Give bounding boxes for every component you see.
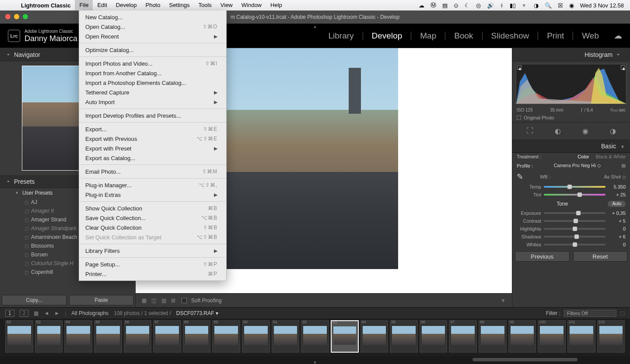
close-window-button[interactable] (5, 14, 10, 19)
filmstrip-thumb[interactable]: 101 (567, 320, 595, 353)
menuitem-page-setup[interactable]: Page Setup...⇧⌘P (79, 259, 226, 269)
slider-track[interactable] (544, 220, 606, 222)
filmstrip-thumb[interactable]: 86 (124, 320, 152, 353)
bluetooth-icon[interactable]: ᚼ (500, 2, 504, 9)
menuitem-import-photos-and-video[interactable]: Import Photos and Video...⇧⌘I (79, 59, 226, 68)
filmstrip-thumb[interactable]: 97 (449, 320, 477, 353)
filter-dropdown[interactable]: Filters Off (564, 310, 616, 317)
app-menu[interactable]: Lightroom Classic (17, 2, 75, 9)
module-print[interactable]: Print (546, 30, 565, 42)
previous-button[interactable]: Previous (515, 251, 570, 262)
menuitem-import-a-photoshop-elements-catalog[interactable]: Import a Photoshop Elements Catalog... (79, 78, 226, 88)
paste-button[interactable]: Paste (69, 295, 134, 305)
module-library[interactable]: Library (328, 30, 355, 42)
menuitem-auto-import[interactable]: Auto Import▶ (79, 97, 226, 107)
docker-icon[interactable]: ▤ (442, 2, 448, 9)
volume-icon[interactable]: 🔊 (487, 2, 494, 9)
menuitem-plug-in-extras[interactable]: Plug-in Extras▶ (79, 190, 226, 200)
user-icon[interactable]: ◑ (534, 2, 539, 9)
clip-highlight-icon[interactable]: ▲ (621, 65, 625, 70)
filmstrip-thumb[interactable]: 87 (153, 320, 181, 353)
filmstrip-thumb[interactable]: 98 (479, 320, 507, 353)
filmstrip-thumb[interactable]: 91 (272, 320, 300, 353)
slider-track[interactable] (544, 212, 606, 214)
panel-grabber-bottom[interactable]: ▼ (0, 360, 630, 364)
nav-back-icon[interactable]: ◄ (44, 310, 49, 316)
menuitem-export-with-preset[interactable]: Export with Preset▶ (79, 144, 226, 153)
filmstrip-thumb[interactable]: 85 (94, 320, 122, 353)
menuitem-import-from-another-catalog[interactable]: Import from Another Catalog... (79, 68, 226, 78)
auto-tone-button[interactable]: Auto (608, 201, 626, 207)
eyedropper-icon[interactable]: ✎ (517, 172, 523, 182)
screen-2-button[interactable]: 2 (20, 310, 29, 317)
module-map[interactable]: Map (419, 30, 437, 42)
moon-icon[interactable]: ☾ (465, 2, 470, 9)
play-icon[interactable]: ⊙ (454, 2, 458, 9)
siri-icon[interactable]: ◉ (569, 2, 574, 9)
menuitem-email-photo[interactable]: Email Photo...⇧⌘M (79, 167, 226, 176)
reset-button[interactable]: Reset (573, 251, 628, 262)
menu-develop[interactable]: Develop (112, 0, 141, 10)
menu-view[interactable]: View (216, 0, 237, 10)
filmstrip-thumb[interactable]: 93 (331, 320, 359, 353)
menuitem-clear-quick-collection[interactable]: Clear Quick Collection⇧⌘B (79, 223, 226, 232)
filmstrip-thumb[interactable]: 88 (183, 320, 211, 353)
wb-dropdown[interactable]: As Shot ◇ (604, 174, 626, 180)
menu-photo[interactable]: Photo (141, 0, 164, 10)
menuitem-export-with-previous[interactable]: Export with Previous⌥⇧⌘E (79, 134, 226, 144)
tint-slider[interactable] (544, 194, 606, 196)
nav-fwd-icon[interactable]: ► (54, 310, 60, 316)
clock[interactable]: Wed 3 Nov 12.58 (580, 2, 624, 9)
filmstrip-thumb[interactable]: 94 (360, 320, 388, 353)
crop-tool-icon[interactable]: ⛶ (526, 127, 533, 135)
menuitem-open-catalog[interactable]: Open Catalog...⇧⌘O (79, 22, 226, 32)
menu-window[interactable]: Window (237, 0, 266, 10)
current-filename[interactable]: DSCF0773.RAF ▾ (176, 310, 218, 316)
filmstrip-thumb[interactable]: 100 (538, 320, 566, 353)
screen-1-button[interactable]: 1 (5, 310, 14, 317)
slider-track[interactable] (544, 244, 606, 245)
menu-file[interactable]: File (75, 0, 93, 10)
filmstrip-thumb[interactable]: 84 (64, 320, 92, 353)
menuitem-open-recent[interactable]: Open Recent▶ (79, 32, 226, 41)
module-slideshow[interactable]: Slideshow (490, 30, 530, 42)
mask-tool-icon[interactable]: ◑ (610, 127, 616, 135)
basic-header[interactable]: Basic ▼ (512, 140, 630, 153)
profile-browser-icon[interactable]: ▦ (621, 163, 626, 168)
treatment-bw[interactable]: Black & White (596, 154, 626, 159)
control-center-icon[interactable]: ☒ (558, 2, 563, 9)
histogram-header[interactable]: Histogram ▼ (512, 48, 630, 61)
module-develop[interactable]: Develop (371, 30, 403, 42)
module-book[interactable]: Book (453, 30, 474, 42)
original-photo-row[interactable]: Original Photo (512, 113, 630, 122)
menuitem-tethered-capture[interactable]: Tethered Capture▶ (79, 88, 226, 97)
menuitem-export[interactable]: Export...⇧⌘E (79, 124, 226, 134)
menuitem-export-as-catalog[interactable]: Export as Catalog... (79, 153, 226, 163)
toolbar-collapse-icon[interactable]: ▼ (500, 298, 506, 304)
menuitem-plug-in-manager[interactable]: Plug-in Manager...⌥⇧⌘, (79, 180, 226, 190)
cloud-sync-icon[interactable]: ☁ (614, 31, 622, 41)
treatment-color[interactable]: Color (578, 154, 589, 159)
filmstrip-thumb[interactable]: 82 (5, 320, 33, 353)
filmstrip-thumb[interactable]: 90 (242, 320, 270, 353)
identity-user[interactable]: Danny Maiorca (24, 34, 77, 43)
filmstrip-thumb[interactable]: 83 (35, 320, 63, 353)
icloud-icon[interactable]: ☁︎ (419, 2, 424, 9)
filmstrip-thumb[interactable]: 95 (390, 320, 418, 353)
grid-view-icon[interactable]: ▦ (34, 310, 38, 316)
menu-tools[interactable]: Tools (194, 0, 216, 10)
menuitem-optimize-catalog[interactable]: Optimize Catalog... (79, 45, 226, 55)
original-photo-checkbox[interactable] (517, 116, 521, 120)
source-label[interactable]: All Photographs (71, 310, 108, 316)
menu-settings[interactable]: Settings (164, 0, 194, 10)
malware-icon[interactable]: Ⓜ (430, 1, 436, 9)
menu-edit[interactable]: Edit (93, 0, 111, 10)
filmstrip-thumb[interactable]: 92 (301, 320, 329, 353)
menuitem-library-filters[interactable]: Library Filters▶ (79, 246, 226, 256)
filmstrip-thumb[interactable]: 102 (597, 320, 625, 353)
battery-icon[interactable]: ▮▯ (510, 2, 516, 9)
clip-shadow-icon[interactable]: ▲ (517, 65, 522, 70)
temp-slider[interactable] (544, 186, 606, 188)
heal-tool-icon[interactable]: ◐ (555, 127, 561, 135)
menu-help[interactable]: Help (266, 0, 287, 10)
